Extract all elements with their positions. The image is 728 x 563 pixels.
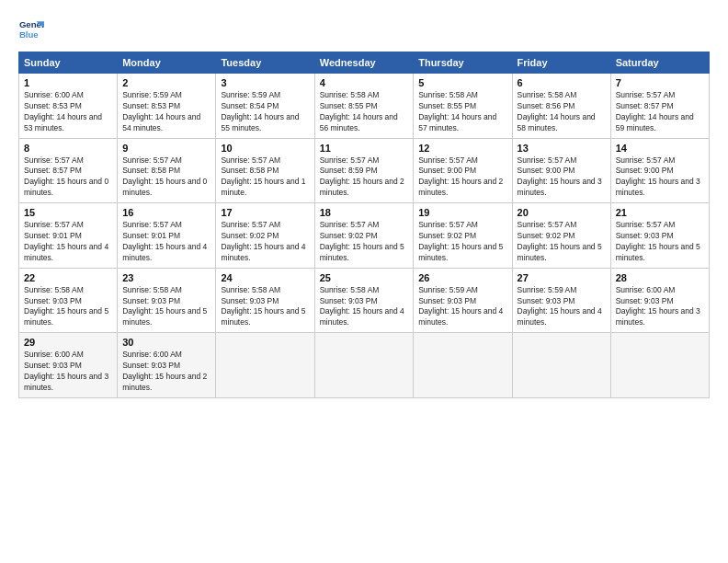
day-info: Sunrise: 6:00 AMSunset: 9:03 PMDaylight:…	[616, 285, 704, 329]
day-info: Sunrise: 5:57 AMSunset: 9:01 PMDaylight:…	[122, 220, 210, 264]
calendar-cell: 29Sunrise: 6:00 AMSunset: 9:03 PMDayligh…	[19, 333, 118, 398]
day-info: Sunrise: 6:00 AMSunset: 8:53 PMDaylight:…	[24, 90, 112, 134]
calendar-cell: 17Sunrise: 5:57 AMSunset: 9:02 PMDayligh…	[216, 203, 314, 269]
day-number: 23	[122, 272, 210, 283]
day-info: Sunrise: 5:58 AMSunset: 9:03 PMDaylight:…	[320, 285, 409, 329]
day-number: 17	[221, 207, 309, 218]
calendar-cell: 1Sunrise: 6:00 AMSunset: 8:53 PMDaylight…	[19, 74, 118, 139]
calendar-header-row: SundayMondayTuesdayWednesdayThursdayFrid…	[19, 52, 710, 74]
calendar-cell: 2Sunrise: 5:59 AMSunset: 8:53 PMDaylight…	[118, 74, 216, 139]
calendar-cell: 20Sunrise: 5:57 AMSunset: 9:02 PMDayligh…	[512, 203, 610, 269]
col-header-wednesday: Wednesday	[314, 52, 414, 74]
day-info: Sunrise: 6:00 AMSunset: 9:03 PMDaylight:…	[24, 350, 112, 394]
calendar-week-5: 29Sunrise: 6:00 AMSunset: 9:03 PMDayligh…	[19, 333, 710, 398]
day-number: 10	[221, 143, 309, 154]
logo-icon: General Blue	[18, 17, 44, 42]
day-info: Sunrise: 5:57 AMSunset: 9:00 PMDaylight:…	[518, 155, 606, 200]
day-info: Sunrise: 5:57 AMSunset: 8:58 PMDaylight:…	[122, 155, 210, 200]
day-info: Sunrise: 5:58 AMSunset: 9:03 PMDaylight:…	[221, 285, 309, 329]
calendar-cell: 8Sunrise: 5:57 AMSunset: 8:57 PMDaylight…	[19, 138, 118, 203]
day-number: 28	[616, 272, 704, 283]
svg-text:Blue: Blue	[19, 29, 39, 40]
day-number: 30	[122, 337, 210, 348]
calendar-cell: 6Sunrise: 5:58 AMSunset: 8:56 PMDaylight…	[512, 74, 610, 139]
logo: General Blue	[18, 17, 48, 42]
day-info: Sunrise: 5:57 AMSunset: 9:02 PMDaylight:…	[518, 220, 606, 264]
day-number: 6	[518, 77, 606, 88]
day-number: 16	[122, 207, 210, 218]
day-number: 3	[221, 77, 309, 88]
calendar-cell: 14Sunrise: 5:57 AMSunset: 9:00 PMDayligh…	[610, 138, 709, 203]
calendar-cell	[414, 333, 512, 398]
day-number: 8	[24, 143, 112, 154]
calendar-cell: 4Sunrise: 5:58 AMSunset: 8:55 PMDaylight…	[314, 74, 414, 139]
calendar-week-1: 1Sunrise: 6:00 AMSunset: 8:53 PMDaylight…	[19, 74, 710, 139]
calendar-cell: 21Sunrise: 5:57 AMSunset: 9:03 PMDayligh…	[610, 203, 709, 269]
day-number: 20	[518, 207, 606, 218]
day-number: 25	[320, 272, 409, 283]
day-info: Sunrise: 5:57 AMSunset: 8:57 PMDaylight:…	[24, 155, 112, 200]
calendar-cell: 12Sunrise: 5:57 AMSunset: 9:00 PMDayligh…	[414, 138, 512, 203]
calendar-cell: 23Sunrise: 5:58 AMSunset: 9:03 PMDayligh…	[118, 268, 216, 333]
calendar-cell: 24Sunrise: 5:58 AMSunset: 9:03 PMDayligh…	[216, 268, 314, 333]
calendar-cell: 25Sunrise: 5:58 AMSunset: 9:03 PMDayligh…	[314, 268, 414, 333]
day-info: Sunrise: 5:58 AMSunset: 8:55 PMDaylight:…	[418, 90, 506, 134]
col-header-tuesday: Tuesday	[216, 52, 314, 74]
col-header-saturday: Saturday	[610, 52, 709, 74]
day-info: Sunrise: 5:57 AMSunset: 9:02 PMDaylight:…	[320, 220, 409, 264]
day-info: Sunrise: 5:58 AMSunset: 8:56 PMDaylight:…	[518, 90, 606, 134]
day-number: 1	[24, 77, 112, 88]
calendar-week-4: 22Sunrise: 5:58 AMSunset: 9:03 PMDayligh…	[19, 268, 710, 333]
day-number: 11	[320, 143, 409, 154]
calendar-cell: 3Sunrise: 5:59 AMSunset: 8:54 PMDaylight…	[216, 74, 314, 139]
day-number: 29	[24, 337, 112, 348]
col-header-sunday: Sunday	[19, 52, 118, 74]
day-number: 5	[418, 77, 506, 88]
day-number: 9	[122, 143, 210, 154]
day-number: 12	[418, 143, 506, 154]
calendar-cell: 10Sunrise: 5:57 AMSunset: 8:58 PMDayligh…	[216, 138, 314, 203]
day-info: Sunrise: 5:57 AMSunset: 9:00 PMDaylight:…	[418, 155, 506, 200]
calendar-cell: 30Sunrise: 6:00 AMSunset: 9:03 PMDayligh…	[118, 333, 216, 398]
day-info: Sunrise: 5:59 AMSunset: 8:53 PMDaylight:…	[122, 90, 210, 134]
day-info: Sunrise: 5:57 AMSunset: 8:59 PMDaylight:…	[320, 155, 409, 200]
calendar-cell: 11Sunrise: 5:57 AMSunset: 8:59 PMDayligh…	[314, 138, 414, 203]
day-number: 14	[616, 143, 704, 154]
calendar-cell	[314, 333, 414, 398]
day-number: 13	[518, 143, 606, 154]
col-header-friday: Friday	[512, 52, 610, 74]
day-number: 24	[221, 272, 309, 283]
calendar-cell: 19Sunrise: 5:57 AMSunset: 9:02 PMDayligh…	[414, 203, 512, 269]
day-number: 22	[24, 272, 112, 283]
calendar-cell: 5Sunrise: 5:58 AMSunset: 8:55 PMDaylight…	[414, 74, 512, 139]
day-number: 26	[418, 272, 506, 283]
header: General Blue	[18, 17, 710, 42]
calendar-week-3: 15Sunrise: 5:57 AMSunset: 9:01 PMDayligh…	[19, 203, 710, 269]
col-header-monday: Monday	[118, 52, 216, 74]
day-number: 7	[616, 77, 704, 88]
day-info: Sunrise: 5:57 AMSunset: 9:01 PMDaylight:…	[24, 220, 112, 264]
day-info: Sunrise: 5:57 AMSunset: 8:58 PMDaylight:…	[221, 155, 309, 200]
calendar-cell: 15Sunrise: 5:57 AMSunset: 9:01 PMDayligh…	[19, 203, 118, 269]
calendar-cell	[216, 333, 314, 398]
day-number: 21	[616, 207, 704, 218]
day-info: Sunrise: 5:57 AMSunset: 9:00 PMDaylight:…	[616, 155, 704, 200]
day-number: 4	[320, 77, 409, 88]
calendar-cell	[610, 333, 709, 398]
col-header-thursday: Thursday	[414, 52, 512, 74]
day-info: Sunrise: 5:57 AMSunset: 8:57 PMDaylight:…	[616, 90, 704, 134]
calendar-cell: 7Sunrise: 5:57 AMSunset: 8:57 PMDaylight…	[610, 74, 709, 139]
day-info: Sunrise: 5:59 AMSunset: 9:03 PMDaylight:…	[518, 285, 606, 329]
day-number: 18	[320, 207, 409, 218]
day-number: 27	[518, 272, 606, 283]
calendar-cell	[512, 333, 610, 398]
calendar-cell: 28Sunrise: 6:00 AMSunset: 9:03 PMDayligh…	[610, 268, 709, 333]
calendar-cell: 27Sunrise: 5:59 AMSunset: 9:03 PMDayligh…	[512, 268, 610, 333]
day-number: 2	[122, 77, 210, 88]
day-info: Sunrise: 5:57 AMSunset: 9:02 PMDaylight:…	[221, 220, 309, 264]
calendar: SundayMondayTuesdayWednesdayThursdayFrid…	[18, 52, 710, 398]
calendar-cell: 22Sunrise: 5:58 AMSunset: 9:03 PMDayligh…	[19, 268, 118, 333]
day-number: 19	[418, 207, 506, 218]
day-info: Sunrise: 5:57 AMSunset: 9:03 PMDaylight:…	[616, 220, 704, 264]
page: { "header": { "logo_line1": "General", "…	[0, 0, 728, 563]
